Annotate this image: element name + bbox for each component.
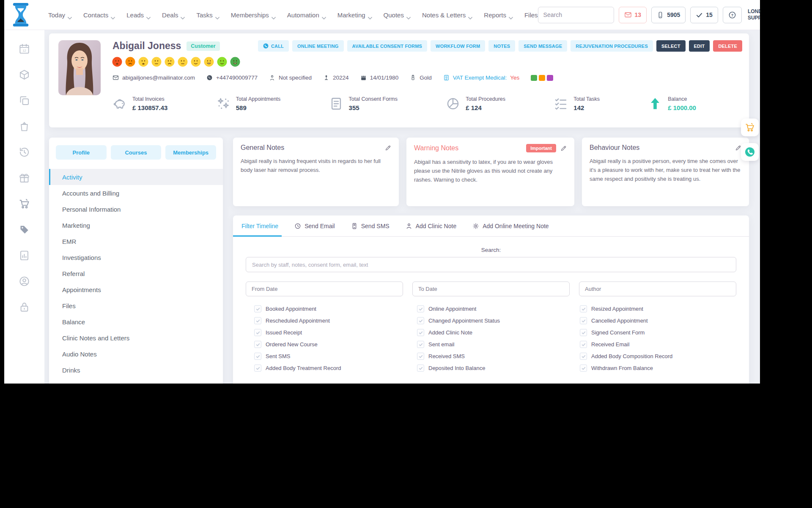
customer-phone[interactable]: +447490009777 — [206, 75, 258, 81]
edit-pencil-icon[interactable] — [735, 145, 741, 151]
mail-badge[interactable]: 13 — [619, 7, 647, 23]
satisfaction-emoji-4[interactable] — [151, 56, 162, 67]
nav-item-today[interactable]: Today — [48, 11, 72, 19]
from-date-input[interactable] — [246, 282, 403, 296]
sidebar-item-accounts-and-billing[interactable]: Accounts and Billing — [49, 185, 223, 201]
tab-profile[interactable]: Profile — [56, 145, 107, 160]
tab-add-online-meeting-note[interactable]: Add Online Meeting Note — [472, 215, 549, 236]
tab-filter-timeline[interactable]: Filter Timeline — [241, 215, 278, 236]
sidebar-lock-icon[interactable] — [19, 301, 30, 313]
checkbox-sent-email[interactable]: Sent email — [417, 341, 580, 348]
nav-item-memberships[interactable]: Memberships — [231, 11, 276, 19]
checkbox-ordered-new-course[interactable]: Ordered New Course — [254, 341, 417, 348]
checkbox-checked-icon[interactable] — [580, 353, 587, 360]
checkbox-withdrawn-from-balance[interactable]: Withdrawn From Balance — [580, 364, 749, 372]
checkbox-added-clinic-note[interactable]: Added Clinic Note — [417, 329, 580, 336]
sidebar-item-activity[interactable]: Activity — [49, 169, 223, 185]
sidebar-calendar-icon[interactable]: 12 — [19, 43, 30, 55]
checkbox-checked-icon[interactable] — [254, 329, 261, 336]
checkbox-deposited-into-balance[interactable]: Deposited Into Balance — [417, 364, 580, 372]
checkbox-changed-appointment-status[interactable]: Changed Appointment Status — [417, 317, 580, 324]
sidebar-price-tag-icon[interactable] — [19, 224, 30, 235]
phone-badge[interactable]: 5905 — [651, 7, 686, 23]
call-button[interactable]: CALL — [258, 40, 289, 52]
tab-send-sms[interactable]: Send SMS — [351, 215, 390, 236]
checkbox-checked-icon[interactable] — [417, 305, 424, 312]
tasks-badge[interactable]: 15 — [690, 7, 718, 23]
checkbox-online-appointment[interactable]: Online Appointment — [417, 305, 580, 312]
checkbox-checked-icon[interactable] — [580, 364, 587, 372]
app-logo-hourglass-icon[interactable] — [11, 3, 30, 27]
satisfaction-emoji-2[interactable] — [125, 56, 136, 67]
nav-item-quotes[interactable]: Quotes — [384, 11, 411, 19]
sidebar-item-emr[interactable]: EMR — [49, 233, 223, 249]
checkbox-received-sms[interactable]: Received SMS — [417, 353, 580, 360]
sidebar-history-icon[interactable] — [19, 146, 30, 158]
workflow-form-button[interactable]: WORKFLOW FORM — [431, 40, 485, 52]
delete-button[interactable]: DELETE — [713, 40, 742, 52]
nav-item-deals[interactable]: Deals — [162, 11, 185, 19]
sidebar-item-personal-information[interactable]: Personal Information — [49, 201, 223, 217]
checkbox-checked-icon[interactable] — [254, 364, 261, 372]
sidebar-cart-icon[interactable] — [19, 198, 30, 210]
sidebar-item-drinks[interactable]: Drinks — [49, 362, 223, 378]
checkbox-issued-receipt[interactable]: Issued Receipt — [254, 329, 417, 336]
nav-item-leads[interactable]: Leads — [126, 11, 151, 19]
sidebar-package-icon[interactable] — [19, 69, 30, 80]
search-input[interactable] — [538, 11, 614, 18]
checkbox-checked-icon[interactable] — [417, 364, 424, 372]
checkbox-checked-icon[interactable] — [417, 329, 424, 336]
satisfaction-emoji-8[interactable] — [203, 56, 214, 67]
satisfaction-emoji-7[interactable] — [190, 56, 201, 67]
floating-whatsapp-button[interactable] — [741, 143, 759, 161]
tab-courses[interactable]: Courses — [111, 145, 162, 160]
tab-memberships[interactable]: Memberships — [165, 145, 216, 160]
sidebar-item-marketing[interactable]: Marketing — [49, 217, 223, 233]
timeline-search-input[interactable] — [246, 257, 736, 272]
checkbox-resized-appointment[interactable]: Resized Appointment — [580, 305, 749, 312]
checkbox-checked-icon[interactable] — [580, 305, 587, 312]
to-date-input[interactable] — [412, 282, 570, 296]
sidebar-item-audio-notes[interactable]: Audio Notes — [49, 346, 223, 362]
author-input[interactable] — [579, 282, 736, 296]
checkbox-checked-icon[interactable] — [580, 317, 587, 324]
checkbox-signed-consent-form[interactable]: Signed Consent Form — [580, 329, 749, 336]
checkbox-checked-icon[interactable] — [580, 341, 587, 348]
checkbox-sent-sms[interactable]: Sent SMS — [254, 353, 417, 360]
nav-item-automation[interactable]: Automation — [287, 11, 326, 19]
satisfaction-emoji-3[interactable] — [138, 56, 149, 67]
checkbox-checked-icon[interactable] — [417, 341, 424, 348]
sidebar-item-clinic-notes-and-letters[interactable]: Clinic Notes and Letters — [49, 330, 223, 346]
satisfaction-emoji-1[interactable] — [112, 56, 123, 67]
sidebar-shopping-bag-icon[interactable] — [19, 121, 30, 132]
floating-cart-button[interactable] — [741, 119, 759, 136]
sidebar-item-appointments[interactable]: Appointments — [49, 282, 223, 298]
checkbox-checked-icon[interactable] — [417, 317, 424, 324]
satisfaction-emoji-9[interactable] — [217, 56, 228, 67]
sidebar-report-chart-icon[interactable] — [19, 250, 30, 261]
notes-button[interactable]: NOTES — [488, 40, 515, 52]
sidebar-item-files[interactable]: Files — [49, 298, 223, 314]
checkbox-checked-icon[interactable] — [417, 353, 424, 360]
help-button[interactable]: ? — [723, 7, 742, 23]
checkbox-added-body-treatment-record[interactable]: Added Body Treatment Record — [254, 364, 417, 372]
checkbox-received-email[interactable]: Received Email — [580, 341, 749, 348]
nav-item-files[interactable]: Files — [524, 11, 538, 19]
available-consent-forms-button[interactable]: AVAILABLE CONSENT FORMS — [347, 40, 428, 52]
nav-item-tasks[interactable]: Tasks — [196, 11, 219, 19]
sidebar-item-investigations[interactable]: Investigations — [49, 249, 223, 265]
nav-item-notes-letters[interactable]: Notes & Letters — [422, 11, 472, 19]
checkbox-checked-icon[interactable] — [580, 329, 587, 336]
checkbox-added-body-composition-record[interactable]: Added Body Composition Record — [580, 353, 749, 360]
edit-pencil-icon[interactable] — [560, 145, 567, 152]
nav-item-marketing[interactable]: Marketing — [337, 11, 372, 19]
send-message-button[interactable]: SEND MESSAGE — [518, 40, 567, 52]
satisfaction-emoji-6[interactable] — [177, 56, 188, 67]
tab-add-clinic-note[interactable]: Add Clinic Note — [406, 215, 457, 236]
checkbox-checked-icon[interactable] — [254, 317, 261, 324]
satisfaction-emoji-5[interactable] — [164, 56, 175, 67]
satisfaction-emoji-10[interactable] — [230, 56, 241, 67]
checkbox-cancelled-appointment[interactable]: Cancelled Appointment — [580, 317, 749, 324]
sidebar-support-agent-icon[interactable] — [19, 276, 30, 287]
rejuvenation-procedures-button[interactable]: REJUVENATION PROCEDURES — [571, 40, 653, 52]
